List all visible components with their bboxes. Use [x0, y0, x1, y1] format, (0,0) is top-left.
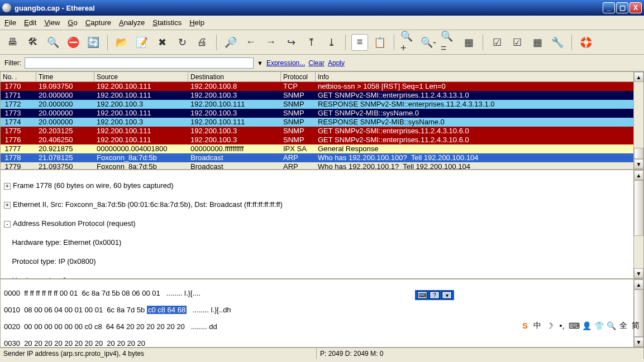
- list-scrollbar[interactable]: ▲ ▼: [633, 72, 643, 169]
- scroll-up-icon[interactable]: ▲: [634, 72, 643, 82]
- menu-go[interactable]: Go: [68, 18, 77, 27]
- col-no[interactable]: No. .: [1, 72, 36, 82]
- col-destination[interactable]: Destination: [188, 72, 281, 82]
- close-file-icon[interactable]: ✖: [154, 34, 170, 51]
- zoom-in-icon[interactable]: 🔍+: [400, 34, 417, 51]
- expand-icon[interactable]: +: [4, 183, 11, 190]
- print-icon[interactable]: 🖨: [194, 34, 211, 51]
- ime-moon-icon[interactable]: ☽: [545, 321, 555, 331]
- open-icon[interactable]: 📂: [113, 34, 130, 51]
- display-filters-icon[interactable]: ☑: [509, 34, 526, 51]
- scroll-up-icon[interactable]: ▲: [634, 279, 643, 289]
- hex-row[interactable]: 0000 ff ff ff ff ff ff 00 01 6c 8a 7d 5b…: [4, 289, 640, 297]
- packet-row[interactable]: 177120.000000192.200.100.111192.200.100.…: [1, 91, 643, 100]
- packet-row[interactable]: 177320.000000192.200.100.111192.200.100.…: [1, 109, 643, 118]
- menu-statistics[interactable]: Statistics: [152, 18, 182, 27]
- ime-keyboard-icon[interactable]: ⌨: [569, 321, 579, 331]
- go-top-icon[interactable]: ⤒: [303, 34, 319, 51]
- sogou-icon[interactable]: S: [520, 321, 530, 331]
- packet-bytes-pane[interactable]: 0000 ff ff ff ff ff ff 00 01 6c 8a 7d 5b…: [0, 279, 644, 347]
- col-info[interactable]: Info: [316, 72, 643, 82]
- resize-columns-icon[interactable]: ▦: [460, 34, 477, 51]
- ime-help-icon[interactable]: ?: [430, 291, 440, 299]
- interfaces-icon[interactable]: 🖶: [4, 34, 21, 51]
- scroll-thumb[interactable]: [634, 148, 643, 159]
- packet-row[interactable]: 177420.000000192.200.100.3192.200.100.11…: [1, 118, 643, 127]
- menu-analyze[interactable]: Analyze: [119, 18, 145, 27]
- scroll-down-icon[interactable]: ▼: [634, 268, 643, 278]
- menu-edit[interactable]: Edit: [24, 18, 36, 27]
- menu-file[interactable]: File: [4, 18, 16, 27]
- forward-icon[interactable]: →: [263, 34, 279, 51]
- coloring-rules-icon[interactable]: ▦: [529, 34, 546, 51]
- tree-field[interactable]: Protocol type: IP (0x0800): [2, 257, 643, 266]
- menu-view[interactable]: View: [44, 18, 60, 27]
- tree-field[interactable]: Hardware type: Ethernet (0x0001): [2, 238, 643, 247]
- packet-row[interactable]: 177220.000000192.200.100.3192.200.100.11…: [1, 100, 643, 109]
- goto-icon[interactable]: ↪: [283, 34, 299, 51]
- column-headers[interactable]: No. . Time Source Destination Protocol I…: [1, 72, 643, 82]
- zoom-out-icon[interactable]: 🔍-: [420, 34, 437, 51]
- ime-menu-icon[interactable]: ▾: [442, 291, 452, 299]
- go-bottom-icon[interactable]: ⤓: [323, 34, 340, 51]
- ime-keyboard-icon[interactable]: ⌨: [417, 291, 427, 299]
- ime-simple-icon[interactable]: 简: [631, 321, 641, 331]
- stop-capture-icon[interactable]: ⛔: [65, 34, 82, 51]
- maximize-button[interactable]: ▢: [616, 2, 628, 13]
- scroll-down-icon[interactable]: ▼: [634, 159, 643, 169]
- filter-dropdown-icon[interactable]: ▼: [257, 60, 263, 66]
- close-button[interactable]: X: [629, 2, 642, 13]
- packet-rows[interactable]: 177019.093750192.200.100.111192.200.100.…: [1, 82, 643, 170]
- expand-icon[interactable]: +: [4, 202, 11, 209]
- ime-punct-icon[interactable]: •,: [557, 321, 567, 331]
- ime-user-icon[interactable]: 👤: [581, 321, 591, 331]
- apply-link[interactable]: Apply: [328, 59, 345, 67]
- colorize-icon[interactable]: ≡: [351, 34, 368, 51]
- scroll-down-icon[interactable]: ▼: [634, 337, 643, 347]
- zoom-fit-icon[interactable]: 🔍=: [440, 34, 457, 51]
- col-time[interactable]: Time: [36, 72, 94, 82]
- find-icon[interactable]: 🔎: [222, 34, 239, 51]
- expression-link[interactable]: Expression...: [266, 59, 305, 67]
- minimize-button[interactable]: _: [603, 2, 615, 13]
- scroll-up-icon[interactable]: ▲: [634, 170, 643, 180]
- back-icon[interactable]: ←: [242, 34, 259, 51]
- reload-icon[interactable]: ↻: [174, 34, 190, 51]
- packet-row[interactable]: 177821.078125Foxconn_8a:7d:5bBroadcastAR…: [1, 153, 643, 162]
- save-icon[interactable]: 📝: [133, 34, 150, 51]
- filter-input[interactable]: [25, 57, 254, 69]
- tree-arp[interactable]: -Address Resolution Protocol (request): [2, 219, 643, 228]
- prefs-icon[interactable]: 🔧: [549, 34, 566, 51]
- ime-chinese-icon[interactable]: 中: [532, 321, 542, 331]
- hex-row[interactable]: 0010 08 00 06 04 00 01 00 01 6c 8a 7d 5b…: [4, 306, 640, 314]
- clear-link[interactable]: Clear: [308, 59, 325, 67]
- capture-filters-icon[interactable]: ☑: [489, 34, 505, 51]
- packet-row[interactable]: 177019.093750192.200.100.111192.200.100.…: [1, 82, 643, 91]
- packet-list-pane[interactable]: No. . Time Source Destination Protocol I…: [0, 71, 644, 170]
- col-source[interactable]: Source: [94, 72, 188, 82]
- ime-full-icon[interactable]: 全: [618, 321, 628, 331]
- menu-help[interactable]: Help: [189, 18, 204, 27]
- packet-row[interactable]: 177520.203125192.200.100.111192.200.100.…: [1, 127, 643, 136]
- options-icon[interactable]: 🛠: [25, 34, 41, 51]
- col-protocol[interactable]: Protocol: [281, 72, 316, 82]
- hex-scrollbar[interactable]: ▲ ▼: [633, 279, 643, 347]
- tree-ethernet[interactable]: +Ethernet II, Src: Foxconn_8a:7d:5b (00:…: [2, 200, 643, 209]
- ime-search-icon[interactable]: 🔍: [606, 321, 616, 331]
- restart-capture-icon[interactable]: 🔄: [85, 34, 102, 51]
- help-icon[interactable]: 🛟: [578, 34, 594, 51]
- auto-scroll-icon[interactable]: 📋: [371, 34, 388, 51]
- collapse-icon[interactable]: -: [4, 221, 11, 228]
- ime-toolbar[interactable]: ⌨ ? ▾: [414, 289, 455, 301]
- start-capture-icon[interactable]: 🔍: [45, 34, 61, 51]
- scroll-thumb[interactable]: [634, 180, 643, 236]
- menu-capture[interactable]: Capture: [85, 18, 111, 27]
- hex-selected[interactable]: c0 c8 64 68: [147, 306, 187, 314]
- tree-frame[interactable]: +Frame 1778 (60 bytes on wire, 60 bytes …: [2, 181, 643, 190]
- packet-row[interactable]: 177921.093750Foxconn_8a:7d:5bBroadcastAR…: [1, 162, 643, 170]
- hex-row[interactable]: 0030 20 20 20 20 20 20 20 20 20 20 20 20: [4, 339, 640, 347]
- packet-row[interactable]: 177620.406250192.200.100.111192.200.100.…: [1, 136, 643, 144]
- ime-skin-icon[interactable]: 👕: [594, 321, 604, 331]
- packet-details-pane[interactable]: +Frame 1778 (60 bytes on wire, 60 bytes …: [0, 170, 644, 279]
- packet-row[interactable]: 177720.92187500000000.00400180000000000.…: [1, 144, 643, 153]
